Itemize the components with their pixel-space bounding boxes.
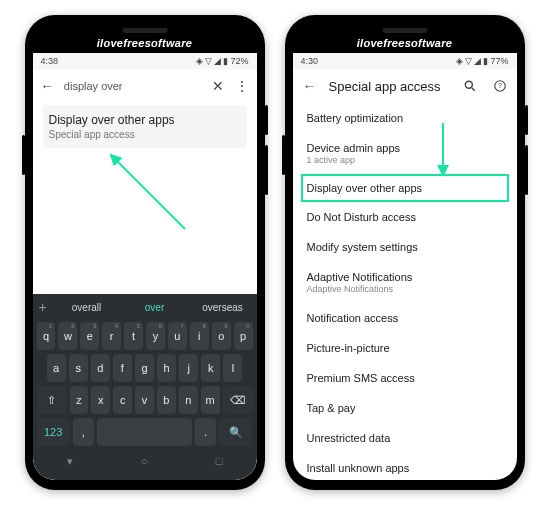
phone-right: ilovefreesoftware 4:30 ◈ ▽ ◢ ▮ 77% ← Spe…: [285, 15, 525, 490]
key-z[interactable]: z: [70, 386, 89, 414]
key-k[interactable]: k: [201, 354, 220, 382]
svg-text:?: ?: [498, 82, 502, 89]
key-t[interactable]: t5: [124, 322, 143, 350]
key-g[interactable]: g: [135, 354, 154, 382]
search-icon[interactable]: [459, 75, 481, 97]
list-item[interactable]: Do Not Disturb access: [307, 202, 503, 232]
signal-icon: ◢: [214, 56, 221, 66]
item-title: Unrestricted data: [307, 432, 503, 444]
item-title: Tap & pay: [307, 402, 503, 414]
list-item[interactable]: Install unknown apps: [307, 453, 503, 480]
key-l[interactable]: l: [223, 354, 242, 382]
help-icon[interactable]: ?: [489, 75, 511, 97]
screen-left: 4:38 ◈ ▽ ◢ ▮ 72% ← ✕ ⋮ Display over othe…: [33, 53, 257, 480]
key-f[interactable]: f: [113, 354, 132, 382]
search-input[interactable]: [62, 79, 204, 93]
key-r[interactable]: r4: [102, 322, 121, 350]
key-y[interactable]: y6: [146, 322, 165, 350]
screen-right: 4:30 ◈ ▽ ◢ ▮ 77% ← Special app access ?: [293, 53, 517, 480]
status-time: 4:30: [301, 56, 457, 66]
key-w[interactable]: w2: [58, 322, 77, 350]
suggestion-1[interactable]: overall: [53, 302, 121, 313]
suggestion-2[interactable]: over: [121, 302, 189, 313]
item-title: Display over other apps: [307, 182, 503, 194]
overflow-icon[interactable]: ⋮: [233, 75, 250, 97]
backspace-key[interactable]: ⌫: [223, 386, 253, 414]
item-title: Do Not Disturb access: [307, 211, 503, 223]
svg-point-1: [465, 81, 472, 88]
status-icons: ◈ ▽ ◢ ▮ 72%: [196, 56, 248, 66]
svg-line-0: [111, 155, 185, 229]
key-q[interactable]: q1: [37, 322, 56, 350]
back-icon[interactable]: ←: [299, 75, 321, 97]
expand-suggestions-icon[interactable]: +: [33, 299, 53, 315]
list-item[interactable]: Unrestricted data: [307, 423, 503, 453]
list-item[interactable]: Device admin apps1 active app: [307, 133, 503, 174]
key-h[interactable]: h: [157, 354, 176, 382]
clear-icon[interactable]: ✕: [210, 75, 227, 97]
list-item[interactable]: Picture-in-picture: [307, 333, 503, 363]
app-bar: ← Special app access ?: [293, 69, 517, 103]
item-title: Modify system settings: [307, 241, 503, 253]
comma-key[interactable]: ,: [73, 418, 94, 446]
search-key[interactable]: 🔍: [219, 418, 252, 446]
key-b[interactable]: b: [157, 386, 176, 414]
key-x[interactable]: x: [91, 386, 110, 414]
key-i[interactable]: i8: [190, 322, 209, 350]
list-item[interactable]: Battery optimization: [307, 103, 503, 133]
nav-bar: ▾ ○ □: [33, 448, 257, 474]
key-o[interactable]: o9: [212, 322, 231, 350]
list-item[interactable]: Notification access: [307, 303, 503, 333]
item-title: Battery optimization: [307, 112, 503, 124]
search-bar: ← ✕ ⋮: [33, 69, 257, 103]
nav-home-icon[interactable]: ○: [141, 455, 148, 467]
item-title: Install unknown apps: [307, 462, 503, 474]
wifi-icon: ▽: [205, 56, 212, 66]
key-s[interactable]: s: [69, 354, 88, 382]
keyboard: + overall over overseas q1w2e3r4t5y6u7i8…: [33, 294, 257, 480]
item-title: Notification access: [307, 312, 503, 324]
settings-list: Battery optimizationDevice admin apps1 a…: [293, 103, 517, 480]
wifi-icon: ▽: [465, 56, 472, 66]
item-subtitle: 1 active app: [307, 155, 503, 165]
signal-icon: ◢: [474, 56, 481, 66]
battery-icon: ▮: [483, 56, 488, 66]
search-result[interactable]: Display over other apps Special app acce…: [43, 105, 247, 148]
key-e[interactable]: e3: [80, 322, 99, 350]
annotation-arrow-icon: [107, 151, 187, 231]
list-item[interactable]: Adaptive NotificationsAdaptive Notificat…: [307, 262, 503, 303]
list-item[interactable]: Tap & pay: [307, 393, 503, 423]
numbers-key[interactable]: 123: [37, 418, 70, 446]
nav-keyboard-icon[interactable]: ▾: [67, 455, 73, 468]
status-icons: ◈ ▽ ◢ ▮ 77%: [456, 56, 508, 66]
suggestion-3[interactable]: overseas: [189, 302, 257, 313]
period-key[interactable]: .: [195, 418, 216, 446]
svg-line-2: [471, 88, 474, 91]
result-subtitle: Special app access: [49, 129, 241, 140]
key-j[interactable]: j: [179, 354, 198, 382]
key-n[interactable]: n: [179, 386, 198, 414]
battery-icon: ▮: [223, 56, 228, 66]
status-bar: 4:38 ◈ ▽ ◢ ▮ 72%: [33, 53, 257, 69]
list-item[interactable]: Premium SMS access: [307, 363, 503, 393]
key-m[interactable]: m: [201, 386, 220, 414]
key-p[interactable]: p0: [234, 322, 253, 350]
item-title: Adaptive Notifications: [307, 271, 503, 283]
key-a[interactable]: a: [47, 354, 66, 382]
key-v[interactable]: v: [135, 386, 154, 414]
battery-pct: 77%: [490, 56, 508, 66]
key-c[interactable]: c: [113, 386, 132, 414]
brand-label: ilovefreesoftware: [25, 37, 265, 49]
key-d[interactable]: d: [91, 354, 110, 382]
shift-key[interactable]: ⇧: [37, 386, 67, 414]
key-u[interactable]: u7: [168, 322, 187, 350]
nav-recent-icon[interactable]: □: [216, 455, 223, 467]
space-key[interactable]: [97, 418, 192, 446]
list-item[interactable]: Display over other apps: [301, 174, 509, 202]
list-item[interactable]: Modify system settings: [307, 232, 503, 262]
brand-label: ilovefreesoftware: [285, 37, 525, 49]
phone-left: ilovefreesoftware 4:38 ◈ ▽ ◢ ▮ 72% ← ✕ ⋮…: [25, 15, 265, 490]
location-icon: ◈: [196, 56, 203, 66]
back-icon[interactable]: ←: [39, 75, 56, 97]
status-bar: 4:30 ◈ ▽ ◢ ▮ 77%: [293, 53, 517, 69]
